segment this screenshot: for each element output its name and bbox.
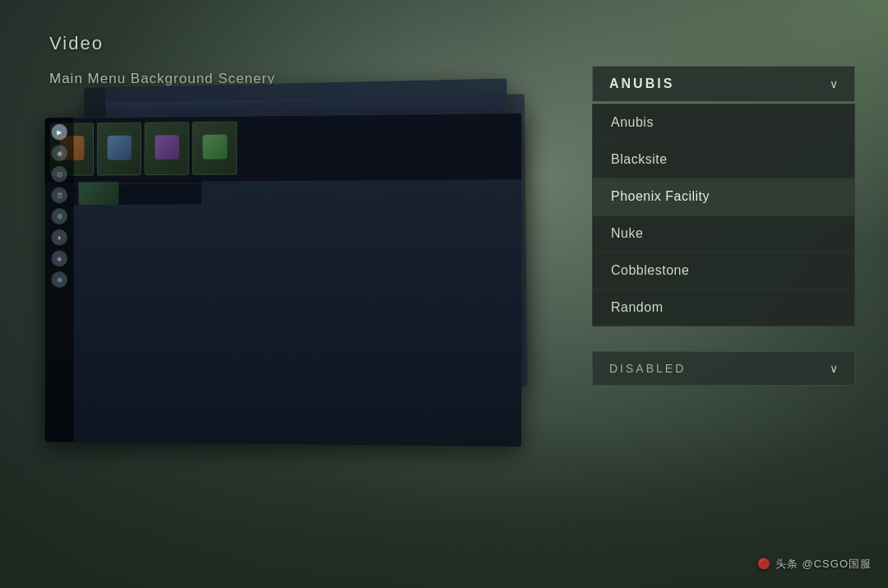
sidebar-icon-1: ◉: [51, 145, 67, 161]
item-icon-2: [107, 135, 131, 160]
item-card-3: [145, 122, 189, 175]
watermark-icon: 🔴: [757, 558, 775, 570]
watermark: 🔴 头条 @CSGO国服: [757, 557, 872, 572]
chevron-down-icon-2: ∨: [830, 362, 838, 375]
watermark-handle: @CSGO国服: [802, 558, 872, 570]
sidebar-icon-3: ☰: [51, 188, 67, 204]
sidebar-icon-2: ⊡: [51, 166, 67, 183]
game-bottom: [45, 113, 521, 183]
video-label: Video: [49, 33, 839, 54]
background-dropdown-menu: AnubisBlacksitePhoenix FacilityNukeCobbl…: [592, 104, 855, 326]
dropdown-item-cobblestone[interactable]: Cobblestone: [593, 252, 854, 289]
sidebar-icon-7: ⊕: [51, 271, 67, 288]
screenshots-area: ▶ ◉ ⊡ ☰ ⚙ ♦ ◈ ⊕: [25, 66, 584, 543]
dropdown-item-phoenix-facility[interactable]: Phoenix Facility: [593, 178, 854, 215]
item-icon-3: [155, 135, 179, 160]
sidebar-icon-5: ♦: [51, 229, 67, 246]
item-card-4: [192, 122, 237, 175]
game-sidebar: ▶ ◉ ⊡ ☰ ⚙ ♦ ◈ ⊕: [45, 118, 74, 442]
news-thumb-3: [79, 180, 119, 205]
sidebar-icon-play: ▶: [51, 124, 67, 141]
bottom-items: [45, 113, 521, 181]
dropdown-item-random[interactable]: Random: [593, 289, 854, 326]
background-dropdown-trigger[interactable]: ANUBIS ∨: [592, 66, 855, 102]
screenshot-main: ▶ ◉ ⊡ ☰ ⚙ ♦ ◈ ⊕: [45, 113, 521, 447]
item-card-2: [97, 123, 141, 176]
right-panel: ANUBIS ∨ AnubisBlacksitePhoenix Facility…: [592, 66, 855, 386]
dropdown-item-anubis[interactable]: Anubis: [593, 104, 854, 141]
dropdown-item-nuke[interactable]: Nuke: [593, 215, 854, 252]
chevron-down-icon: ∨: [830, 77, 838, 90]
disabled-label: DISABLED: [609, 362, 686, 375]
game-ui: ▶ ◉ ⊡ ☰ ⚙ ♦ ◈ ⊕: [45, 113, 521, 447]
disabled-dropdown[interactable]: DISABLED ∨: [592, 351, 855, 386]
sidebar-icon-4: ⚙: [51, 208, 67, 225]
watermark-platform: 头条: [775, 558, 798, 570]
dropdown-item-blacksite[interactable]: Blacksite: [593, 141, 854, 178]
dropdown-current-value: ANUBIS: [609, 76, 674, 91]
sidebar-icon-6: ◈: [51, 250, 67, 266]
item-icon-4: [202, 134, 227, 159]
